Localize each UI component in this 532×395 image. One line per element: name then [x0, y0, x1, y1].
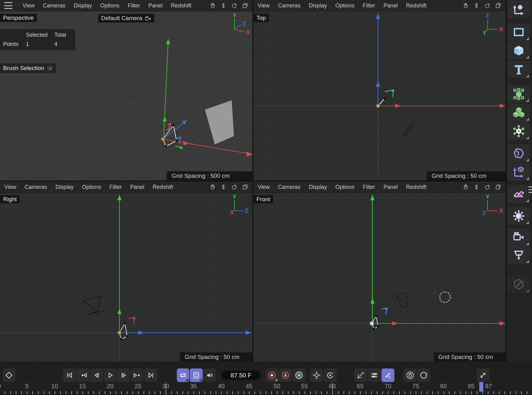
top-canvas[interactable]: Top Z X Y Grid Spacing : 50 cm	[253, 11, 505, 181]
key-parameter-button[interactable]	[368, 368, 381, 382]
menu-redshift[interactable]: Redshift	[406, 2, 426, 9]
menu-redshift[interactable]: Redshift	[406, 184, 426, 190]
add-keyframe-button[interactable]	[2, 368, 15, 382]
rotate-view-icon[interactable]	[231, 2, 237, 9]
mograph-cloner-button[interactable]	[508, 104, 530, 122]
edit-tool-button[interactable]	[508, 275, 530, 293]
menu-view[interactable]: View	[23, 2, 35, 9]
key-position-button[interactable]	[310, 368, 323, 382]
toggle-view-icon[interactable]	[242, 2, 248, 9]
mograph-selection-button[interactable]	[508, 85, 530, 103]
deformer-button[interactable]	[508, 144, 530, 162]
next-key-button[interactable]	[131, 368, 144, 382]
mouse-record-button[interactable]	[404, 368, 417, 382]
toggle-view-icon[interactable]	[495, 2, 501, 9]
zoom-updown-icon[interactable]	[473, 184, 480, 190]
goto-start-button[interactable]	[63, 368, 76, 382]
camera-selector[interactable]: Default Camera	[98, 14, 154, 23]
key-pla-button[interactable]	[381, 368, 394, 382]
motext-button[interactable]	[508, 60, 530, 78]
menu-filter[interactable]: Filter	[110, 184, 122, 190]
menu-filter[interactable]: Filter	[128, 2, 140, 9]
menu-view[interactable]: View	[4, 184, 16, 190]
menu-options[interactable]: Options	[335, 2, 355, 9]
cube-primitive-button[interactable]	[508, 42, 530, 60]
key-scale-button[interactable]	[354, 368, 367, 382]
menu-options[interactable]: Options	[82, 184, 101, 190]
menu-cameras[interactable]: Cameras	[278, 184, 301, 190]
menu-display[interactable]: Display	[309, 184, 327, 190]
prev-key-button[interactable]	[77, 368, 89, 382]
rotation-record-button[interactable]	[417, 368, 430, 382]
menu-view[interactable]: View	[258, 184, 270, 190]
play-button[interactable]	[104, 368, 117, 382]
zoom-updown-icon[interactable]	[220, 2, 227, 9]
menu-display[interactable]: Display	[74, 2, 92, 9]
camera-button[interactable]	[508, 228, 530, 246]
spline-rectangle-button[interactable]	[508, 23, 530, 41]
right-canvas[interactable]: Right Y Z X Grid Spacing : 50 cm	[0, 193, 252, 362]
current-frame-field[interactable]: 87.50 F	[221, 371, 261, 380]
point-index-label: 1	[166, 121, 172, 132]
pan-hand-icon[interactable]	[463, 184, 469, 190]
viewport-title[interactable]: Top	[253, 14, 269, 22]
menu-cameras[interactable]: Cameras	[25, 184, 47, 190]
rotate-view-icon[interactable]	[484, 184, 490, 190]
workplane-axes-button[interactable]	[508, 1, 530, 19]
perspective-canvas[interactable]: 1 Perspective Default Camera Selected To…	[0, 11, 252, 181]
pan-hand-icon[interactable]	[210, 184, 216, 190]
menu-panel[interactable]: Panel	[130, 184, 144, 190]
viewport-title[interactable]: Right	[0, 195, 20, 203]
record-keyframe-button[interactable]	[265, 368, 278, 382]
tool-name: Brush Selection	[3, 65, 44, 72]
menu-cameras[interactable]: Cameras	[43, 2, 65, 9]
zoom-updown-icon[interactable]	[220, 184, 227, 190]
menu-redshift[interactable]: Redshift	[171, 2, 191, 9]
menu-redshift[interactable]: Redshift	[153, 184, 173, 190]
timeline-ruler[interactable]: 0 5 10 15 20 25 30 35 40 45 50 55 60 65 …	[0, 382, 532, 395]
pan-hand-icon[interactable]	[210, 2, 216, 9]
toggle-view-icon[interactable]	[495, 184, 501, 190]
light-button[interactable]	[508, 207, 530, 225]
front-canvas[interactable]: Front Y X Z Grid Spacing : 50 cm	[253, 193, 505, 362]
loop-playback-button[interactable]	[177, 368, 189, 382]
key-rotation-button[interactable]	[324, 368, 337, 382]
menu-options[interactable]: Options	[335, 184, 355, 190]
viewport-title[interactable]: Perspective	[0, 14, 37, 22]
next-frame-button[interactable]	[117, 368, 130, 382]
panel-divider-handle[interactable]	[529, 186, 532, 194]
menu-view[interactable]: View	[258, 2, 270, 9]
timeline-scale-button[interactable]	[476, 368, 489, 382]
rotate-view-icon[interactable]	[231, 184, 237, 190]
menu-options[interactable]: Options	[100, 2, 119, 9]
volume-axes-cube-button[interactable]	[508, 163, 530, 181]
menu-cameras[interactable]: Cameras	[278, 2, 301, 9]
sound-toggle-button[interactable]	[203, 368, 216, 382]
goto-end-button[interactable]	[144, 368, 157, 382]
menu-panel[interactable]: Panel	[148, 2, 163, 9]
keyframe-settings-button[interactable]	[293, 368, 305, 382]
timeline-drag-strip[interactable]	[0, 365, 532, 367]
autokey-letter: A	[284, 373, 287, 378]
prev-frame-button[interactable]	[90, 368, 103, 382]
autokey-button[interactable]: A	[279, 368, 292, 382]
zoom-updown-icon[interactable]	[473, 2, 480, 9]
menu-panel[interactable]: Panel	[384, 184, 398, 190]
pan-hand-icon[interactable]	[463, 2, 469, 9]
rotate-view-icon[interactable]	[484, 2, 490, 9]
playhead[interactable]	[479, 382, 483, 392]
menu-panel[interactable]: Panel	[384, 2, 398, 9]
hamburger-menu-icon[interactable]	[4, 2, 12, 9]
menu-filter[interactable]: Filter	[363, 184, 375, 190]
scribble-stroke	[83, 296, 107, 315]
menu-display[interactable]: Display	[309, 2, 327, 9]
floor-button[interactable]	[508, 246, 530, 264]
symmetry-button[interactable]	[508, 185, 530, 203]
camera-icon[interactable]	[145, 16, 151, 21]
menu-filter[interactable]: Filter	[363, 2, 375, 9]
toggle-view-icon[interactable]	[242, 184, 248, 190]
play-mode-button[interactable]	[190, 368, 203, 382]
simulation-gear-button[interactable]	[508, 122, 530, 140]
menu-display[interactable]: Display	[56, 184, 74, 190]
viewport-title[interactable]: Front	[253, 195, 273, 203]
